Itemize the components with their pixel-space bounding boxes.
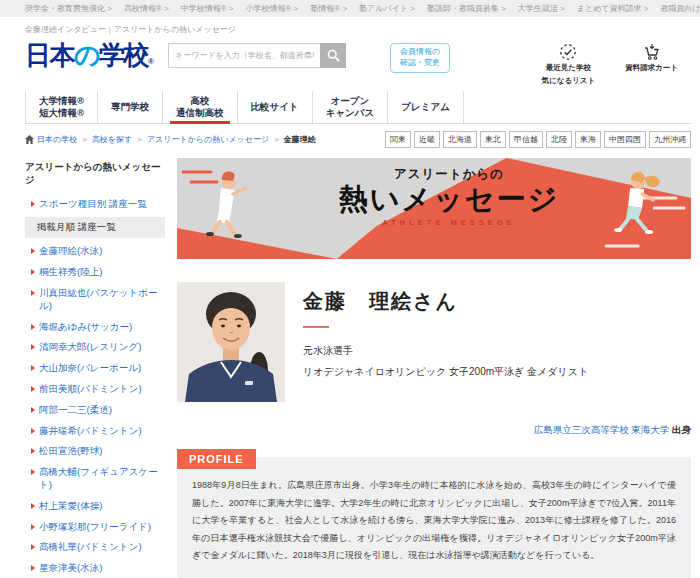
topbar-link[interactable]: 奨学金・教育費無償化 > xyxy=(25,3,112,14)
sidebar-item-label: 清岡幸大郎(レスリング) xyxy=(39,341,141,354)
breadcrumb-home[interactable]: 日本の学校 xyxy=(25,134,77,145)
sidebar-item[interactable]: 村上茉愛(体操) xyxy=(25,499,165,514)
sidebar-item[interactable]: 藤井瑞希(バドミントン) xyxy=(25,424,165,439)
region-button[interactable]: 東北 xyxy=(480,131,506,148)
athlete-name: 金藤 理絵さん xyxy=(303,288,588,315)
sidebar-item-label: 松田宣浩(野球) xyxy=(39,445,102,458)
sidebar-item[interactable]: 川真田紘也(バスケットボール) xyxy=(25,286,165,314)
athlete-intro: 金藤 理絵さん 元水泳選手 リオデジャネイロオリンピック 女子200m平泳ぎ 金… xyxy=(177,282,691,402)
profile-box: PROFILE 1988年9月8日生まれ。広島県庄原市出身。小学3年生の時に本格… xyxy=(177,457,691,578)
sidebar-item-label: 金藤理絵(水泳) xyxy=(39,245,102,258)
athlete-achievement: リオデジャネイロオリンピック 女子200m平泳ぎ 金メダリスト xyxy=(303,365,588,379)
main-nav: 大学情報®短大情報® 専門学校 高校通信制高校 比較サイト オープンキャンパス … xyxy=(25,91,691,124)
logo-text-no: の xyxy=(74,40,99,70)
region-button[interactable]: 関東 xyxy=(385,131,411,148)
origin-highschool-link[interactable]: 広島県立三次高等学校 xyxy=(534,424,629,435)
region-button[interactable]: 北陸 xyxy=(546,131,572,148)
history-check-icon xyxy=(559,43,577,61)
member-info-line1: 会員情報の xyxy=(400,47,440,58)
sidebar-item[interactable]: 海堀あゆみ(サッカー) xyxy=(25,320,165,335)
tab-highschool[interactable]: 高校通信制高校 xyxy=(162,91,237,123)
triangle-right-icon xyxy=(31,544,35,550)
sidebar-item[interactable]: 阿部一二三(柔道) xyxy=(25,403,165,418)
sidebar-item-label: 川真田紘也(バスケットボール) xyxy=(39,287,163,313)
tab-university[interactable]: 大学情報®短大情報® xyxy=(25,91,97,123)
sidebar-item[interactable]: 小野塚彩那(フリーライド) xyxy=(25,520,165,535)
region-button[interactable]: 中国四国 xyxy=(604,131,646,148)
content: アスリートからの熱いメッセージ スポーツ種目別 講座一覧 掲載月順 講座一覧 金… xyxy=(25,158,691,578)
recent-schools-label-1: 最近見た学校 xyxy=(546,63,591,74)
cart-icon xyxy=(643,43,661,61)
sidebar-item-label: 星奈津美(水泳) xyxy=(39,562,102,575)
triangle-right-icon xyxy=(31,269,35,275)
athlete-photo xyxy=(177,282,285,402)
tab-comparison[interactable]: 比較サイト xyxy=(237,91,312,123)
search-input[interactable] xyxy=(168,43,320,68)
topbar-link[interactable]: 小学校情報® > xyxy=(246,3,299,14)
topbar-link[interactable]: 塾講師・教職員募集 > xyxy=(427,3,506,14)
athlete-message-banner: アスリートからの 熱いメッセージ ATHLETE MESSEGE xyxy=(177,158,691,259)
region-button[interactable]: 近畿 xyxy=(414,131,440,148)
breadcrumb-row: 日本の学校 > 高校を探す > アスリートからの熱いメッセージ > 金藤理絵 関… xyxy=(25,131,691,148)
tab-open-campus[interactable]: オープンキャンパス xyxy=(312,91,388,123)
origin-university-link[interactable]: 東海大学 xyxy=(631,424,669,435)
top-utility-bar: 奨学金・教育費無償化 >高校情報® >中学校情報® >小学校情報® >塾情報® … xyxy=(0,0,700,17)
request-cart-button[interactable]: 資料請求カート xyxy=(625,43,678,87)
athlete-role: 元水泳選手 xyxy=(303,344,588,358)
region-button[interactable]: 北海道 xyxy=(443,131,477,148)
topbar-link[interactable]: 塾情報® > xyxy=(310,3,347,14)
home-icon xyxy=(25,135,34,144)
triangle-right-icon xyxy=(31,344,35,350)
recent-schools-button[interactable]: 最近見た学校 気になるリスト xyxy=(542,43,596,87)
topbar-link[interactable]: 高校情報® > xyxy=(124,3,169,14)
search-bar xyxy=(168,43,346,68)
topbar-link[interactable]: 大学生就活 > xyxy=(518,3,565,14)
sidebar-item[interactable]: 松田宣浩(野球) xyxy=(25,444,165,459)
sidebar-item[interactable]: 前田美順(バドミントン) xyxy=(25,382,165,397)
logo-text-2: 学校 xyxy=(99,40,148,70)
sidebar-item[interactable]: 清岡幸大郎(レスリング) xyxy=(25,340,165,355)
site-header: 日本の学校® 会員情報の 確認・変更 最近見た学校 気になるリスト xyxy=(0,39,700,86)
banner-line-2: 熱いメッセージ xyxy=(207,184,691,214)
member-info-button[interactable]: 会員情報の 確認・変更 xyxy=(390,43,450,73)
breadcrumb-athlete-messages[interactable]: アスリートからの熱いメッセージ xyxy=(147,134,269,145)
breadcrumb: 日本の学校 > 高校を探す > アスリートからの熱いメッセージ > 金藤理絵 xyxy=(25,134,316,145)
topbar-link[interactable]: まとめて資料請求 > xyxy=(577,3,649,14)
triangle-right-icon xyxy=(31,324,35,330)
sidebar-item-label: 前田美順(バドミントン) xyxy=(39,383,142,396)
sidebar-item[interactable]: 大山加奈(バレーボール) xyxy=(25,361,165,376)
sidebar-item[interactable]: 髙橋大輔(フィギュアスケート) xyxy=(25,465,165,493)
triangle-right-icon xyxy=(31,407,35,413)
request-cart-label: 資料請求カート xyxy=(625,63,678,74)
topbar-link[interactable]: 教職員向け > xyxy=(660,3,700,14)
sidebar-item-label: 海堀あゆみ(サッカー) xyxy=(39,321,132,334)
region-button[interactable]: 甲信越 xyxy=(509,131,543,148)
page-subtitle: 金藤理絵インタビュー｜アスリートからの熱いメッセージ xyxy=(25,24,700,35)
site-logo[interactable]: 日本の学校® xyxy=(25,42,154,68)
profile-label: PROFILE xyxy=(177,449,256,469)
sidebar-title: アスリートからの熱いメッセージ xyxy=(25,161,165,187)
main-column: アスリートからの 熱いメッセージ ATHLETE MESSEGE xyxy=(177,158,691,578)
sidebar-item[interactable]: 桐生祥秀(陸上) xyxy=(25,265,165,280)
sidebar-item-label: 村上茉愛(体操) xyxy=(39,500,102,513)
topbar-link[interactable]: 塾アルバイト > xyxy=(359,3,415,14)
sidebar-item-label: 阿部一二三(柔道) xyxy=(39,404,112,417)
sidebar-item[interactable]: 掲載月順 講座一覧 xyxy=(25,217,165,238)
triangle-right-icon xyxy=(31,524,35,530)
sidebar-item[interactable]: 髙橋礼華(バドミントン) xyxy=(25,540,165,555)
tab-premium[interactable]: プレミアム xyxy=(387,91,464,123)
sidebar-item[interactable]: 星奈津美(水泳) xyxy=(25,561,165,576)
sidebar-item[interactable]: スポーツ種目別 講座一覧 xyxy=(25,197,165,212)
region-button[interactable]: 九州沖縄 xyxy=(649,131,691,148)
breadcrumb-current: 金藤理絵 xyxy=(284,134,316,145)
sidebar-item[interactable]: 金藤理絵(水泳) xyxy=(25,244,165,259)
region-button[interactable]: 東海 xyxy=(575,131,601,148)
sidebar: アスリートからの熱いメッセージ スポーツ種目別 講座一覧 掲載月順 講座一覧 金… xyxy=(25,158,165,578)
search-icon xyxy=(327,49,340,62)
breadcrumb-search-hs[interactable]: 高校を探す xyxy=(92,134,132,145)
search-button[interactable] xyxy=(320,43,346,68)
tab-vocational[interactable]: 専門学校 xyxy=(97,91,162,123)
athlete-origin: 広島県立三次高等学校 東海大学 出身 xyxy=(177,424,691,437)
triangle-right-icon xyxy=(31,365,35,371)
topbar-link[interactable]: 中学校情報® > xyxy=(181,3,234,14)
